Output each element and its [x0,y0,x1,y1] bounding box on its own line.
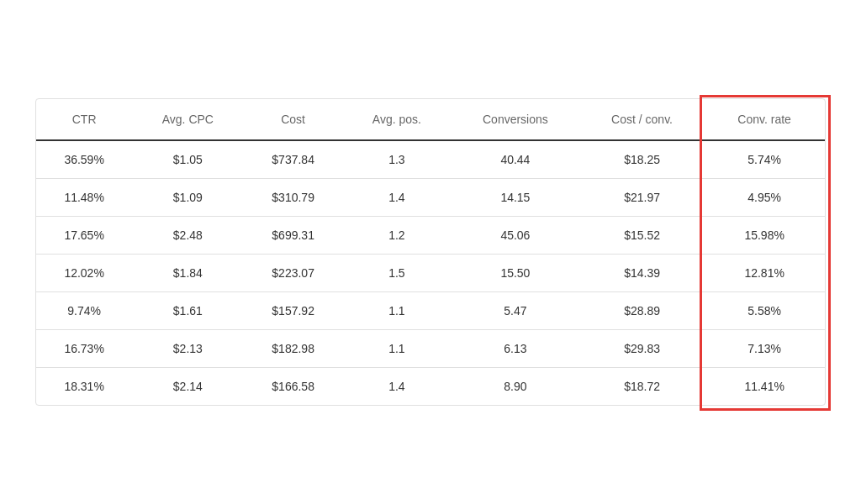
cell-avg_cpc-6: $2.14 [132,368,243,406]
cell-cost_conv-5: $29.83 [580,330,704,368]
cell-cost-0: $737.84 [243,140,342,179]
cell-avg_cpc-2: $2.48 [132,217,243,255]
cell-conv_rate-3: 12.81% [704,255,825,292]
cell-cost-3: $223.07 [243,255,342,292]
cell-avg_pos-6: 1.4 [343,368,451,406]
table-row: 17.65%$2.48$699.311.245.06$15.5215.98% [36,217,825,255]
cell-conv_rate-6: 11.41% [704,368,825,406]
cell-avg_pos-5: 1.1 [343,330,451,368]
cell-conv_rate-2: 15.98% [704,217,825,255]
cell-conversions-6: 8.90 [451,368,580,406]
cell-cost_conv-1: $21.97 [580,179,704,217]
cell-ctr-1: 11.48% [36,179,132,217]
cell-conversions-1: 14.15 [451,179,580,217]
table-row: 18.31%$2.14$166.581.48.90$18.7211.41% [36,368,825,406]
table-row: 36.59%$1.05$737.841.340.44$18.255.74% [36,140,825,179]
cell-cost-6: $166.58 [243,368,342,406]
data-table: CTR Avg. CPC Cost Avg. pos. Conversions … [35,98,826,406]
cell-avg_pos-3: 1.5 [343,255,451,292]
cell-ctr-4: 9.74% [36,292,132,330]
cell-conversions-4: 5.47 [451,292,580,330]
cell-ctr-3: 12.02% [36,255,132,292]
cell-avg_pos-0: 1.3 [343,140,451,179]
cell-conversions-0: 40.44 [451,140,580,179]
header-cost-conv: Cost / conv. [580,99,704,140]
cell-cost_conv-4: $28.89 [580,292,704,330]
cell-ctr-5: 16.73% [36,330,132,368]
header-avg-cpc: Avg. CPC [132,99,243,140]
cell-cost-5: $182.98 [243,330,342,368]
cell-conv_rate-0: 5.74% [704,140,825,179]
cell-cost_conv-2: $15.52 [580,217,704,255]
table-row: 11.48%$1.09$310.791.414.15$21.974.95% [36,179,825,217]
cell-avg_cpc-4: $1.61 [132,292,243,330]
cell-conversions-3: 15.50 [451,255,580,292]
cell-cost-1: $310.79 [243,179,342,217]
cell-ctr-6: 18.31% [36,368,132,406]
cell-avg_pos-1: 1.4 [343,179,451,217]
cell-avg_cpc-5: $2.13 [132,330,243,368]
cell-conv_rate-4: 5.58% [704,292,825,330]
cell-conv_rate-1: 4.95% [704,179,825,217]
cell-avg_cpc-0: $1.05 [132,140,243,179]
cell-cost-4: $157.92 [243,292,342,330]
cell-ctr-0: 36.59% [36,140,132,179]
header-conversions: Conversions [451,99,580,140]
table-row: 16.73%$2.13$182.981.16.13$29.837.13% [36,330,825,368]
header-cost: Cost [243,99,342,140]
cell-avg_cpc-3: $1.84 [132,255,243,292]
cell-cost-2: $699.31 [243,217,342,255]
header-conv-rate: Conv. rate [704,99,825,140]
cell-ctr-2: 17.65% [36,217,132,255]
cell-cost_conv-0: $18.25 [580,140,704,179]
table-row: 9.74%$1.61$157.921.15.47$28.895.58% [36,292,825,330]
header-avg-pos: Avg. pos. [343,99,451,140]
cell-avg_pos-2: 1.2 [343,217,451,255]
cell-conv_rate-5: 7.13% [704,330,825,368]
cell-conversions-5: 6.13 [451,330,580,368]
cell-cost_conv-3: $14.39 [580,255,704,292]
header-ctr: CTR [36,99,132,140]
table-row: 12.02%$1.84$223.071.515.50$14.3912.81% [36,255,825,292]
cell-conversions-2: 45.06 [451,217,580,255]
cell-cost_conv-6: $18.72 [580,368,704,406]
cell-avg_cpc-1: $1.09 [132,179,243,217]
cell-avg_pos-4: 1.1 [343,292,451,330]
